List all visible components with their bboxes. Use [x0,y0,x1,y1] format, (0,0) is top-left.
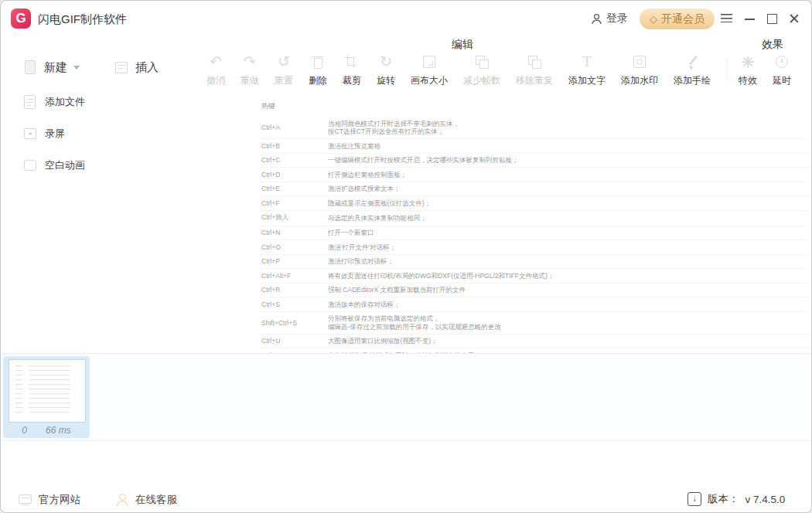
shortcut-description: 打开侧边栏窗格控制面板； [328,171,407,179]
shortcut-row: Ctrl+S 激活版本的保存对话框； [260,297,809,312]
frame-strip: 0 66 ms [1,353,812,441]
toolbar-button-label: 延时 [773,74,791,87]
sidebar-item[interactable]: 空白动画 [22,149,85,181]
sidebar-item[interactable]: 录屏 [22,117,85,149]
shortcut-description: 将有效页面送往打印机/布局的DWG和DXF(仅适用-HPGL/2和TIFF文件格… [328,272,554,280]
frame-tile-selected[interactable]: 0 66 ms [3,356,90,438]
redo-icon [241,53,258,70]
toolbar-button-label: 裁剪 [343,74,361,87]
delay-icon [773,53,790,70]
shortcut-row: Ctrl+Alt+F 将有效页面送往打印机/布局的DWG和DXF(仅适用-HPG… [260,269,809,284]
vip-label: 开通会员 [661,12,705,26]
toolbar-button-label: 撤消 [206,74,225,87]
crop-icon [343,53,360,70]
new-file-icon [22,59,38,75]
shortcut-key: Ctrl+D [260,171,328,178]
frame-thumbnail [9,359,86,423]
delay-button[interactable]: 延时 [765,53,799,87]
shortcut-description: 激活版本的保存对话框； [328,301,401,309]
shortcut-key: Ctrl+C [260,156,328,164]
toolbar-button-label: 添加手绘 [674,74,711,87]
add-watermark-button[interactable]: 添加水印 [613,53,666,87]
shortcut-row: Ctrl+O 激活'打开文件'对话框； [260,240,809,255]
section-label-effect: 效果 [762,38,783,52]
edit-toolbar: 撤消 重做 重置 删除 裁剪 旋转 画布大小 减少帧数 [199,53,718,87]
shortcut-row: Ctrl+U 大图像适用窗口比例缩放(视图不变)； [260,335,809,349]
toolbar-button-label: 删除 [309,74,327,87]
add-text-icon [578,53,595,70]
canvas-size-icon [421,53,438,70]
effect-toolbar: 特效 延时 [731,53,799,87]
shortcut-description: 一键编辑模式打开时按模式开启，决定哪些实体被复制到剪贴板； [328,156,519,165]
rotate-button[interactable]: 旋转 [369,53,403,87]
shortcut-key: Ctrl+P [260,257,328,265]
shortcut-description: 当相同颜色模式打开时选择不带毛刺的实体， 按CT选择CT开则选全所有打开的实体； [328,120,459,136]
shortcut-key: Ctrl+A [260,124,328,131]
toolbar-button-label: 重做 [241,74,259,87]
customer-service-icon [115,493,129,507]
shortcut-key: Ctrl+插入 [260,213,328,223]
official-website-link[interactable]: 官方网站 [18,493,80,507]
shortcut-description: 隐藏或显示左侧面板(仅打选文件)； [328,199,431,208]
shortcut-description: 激活'打开文件'对话框； [328,243,396,252]
blank-animation-icon [22,158,38,173]
shortcut-key: Ctrl+R [260,286,328,294]
shortcut-row: Ctrl+B 激活批注预览窗格 [260,139,809,154]
shortcut-row: Ctrl+F 隐藏或显示左侧面板(仅打选文件)； [260,196,809,211]
undo-button[interactable]: 撤消 [199,53,233,87]
sidebar-item[interactable]: 添加文件 [22,86,85,117]
add-watermark-icon [631,53,648,70]
reduce-frames-button[interactable]: 减少帧数 [455,53,508,87]
version-label: 版本： [708,492,739,506]
reduce-frames-icon [473,53,490,70]
canvas-size-button[interactable]: 画布大小 [403,53,455,87]
maximize-button[interactable] [767,14,777,24]
add-text-button[interactable]: 添加文字 [561,53,613,87]
shortcut-description: 激活批注预览窗格 [328,142,380,151]
shortcut-key: Ctrl+F [260,199,328,207]
shortcut-key: Ctrl+B [260,142,328,150]
redo-button[interactable]: 重做 [233,53,267,87]
menu-icon[interactable] [721,14,732,22]
close-button[interactable] [789,13,800,24]
official-website-label: 官方网站 [39,493,80,507]
online-support-link[interactable]: 在线客服 [115,493,177,507]
vip-button[interactable]: ◇ 开通会员 [640,8,715,29]
record-screen-icon [22,126,38,141]
frame-index: 0 [22,425,27,436]
insert-button[interactable]: 插入 [114,59,159,75]
shortcut-row: Ctrl+E 激活扩选模式搜索文本； [260,182,809,197]
minimize-button[interactable] [745,19,755,20]
effects-icon [739,53,756,70]
new-button[interactable]: 新建 [22,59,80,75]
chevron-down-icon [73,66,80,73]
effects-button[interactable]: 特效 [731,53,765,87]
app-window: G 闪电GIF制作软件 登录 ◇ 开通会员 编辑 效果 新建 插入 添加文件 [0,0,812,513]
new-label: 新建 [44,60,67,75]
toolbar-button-label: 添加水印 [621,74,658,87]
add-draw-button[interactable]: 添加手绘 [666,53,718,87]
shortcut-description: 分别将被保存为当前电脑选定的格式， 编辑器-保存过之前加载的用于保存，以实现规避… [328,314,501,331]
reset-button[interactable]: 重置 [267,53,301,87]
update-download-icon[interactable] [687,492,701,506]
insert-icon [114,59,129,75]
app-logo-icon: G [11,8,31,29]
shortcut-key: Ctrl+N [260,229,328,236]
sidebar: 添加文件 录屏 空白动画 [22,86,85,181]
crop-button[interactable]: 裁剪 [335,53,369,87]
diamond-icon: ◇ [650,13,657,25]
reset-icon [275,53,292,70]
toolbar-button-label: 旋转 [377,74,395,87]
shortcut-row: Ctrl+D 打开侧边栏窗格控制面板； [260,168,809,182]
delete-button[interactable]: 删除 [301,53,335,87]
monitor-icon [18,494,32,507]
frame-delay: 66 ms [46,425,71,436]
shortcut-description: 强制 CADEditorX 文档重新加载当前打开的文件 [328,286,466,294]
shortcut-key: Ctrl+E [260,185,328,192]
shortcut-description: 打开一个新窗口 [328,229,374,237]
login-button[interactable]: 登录 [591,12,628,25]
add-file-icon [22,94,38,110]
remove-duplicate-button[interactable]: 移除重复 [508,53,561,87]
shortcut-description: 大图像适用窗口比例缩放(视图不变)； [328,337,438,345]
remove-duplicate-icon [526,53,543,70]
